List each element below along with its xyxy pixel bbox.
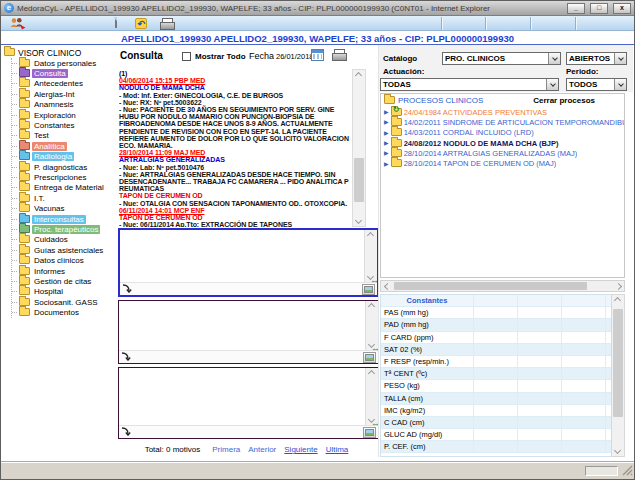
motive-input-1[interactable] bbox=[120, 230, 364, 282]
pager-link-anterior[interactable]: Anterior bbox=[248, 445, 276, 454]
sidebar-item-alergias-int[interactable]: Alergias-Int bbox=[12, 89, 117, 99]
undo-icon[interactable]: ↶ bbox=[135, 18, 147, 29]
pager-link-ultima[interactable]: Ultima bbox=[326, 445, 349, 454]
process-item[interactable]: ▶24/08/2012 NODULO DE MAMA DCHA (BJP) bbox=[381, 138, 624, 148]
motive-scrollbar[interactable]: ↔ bbox=[365, 368, 378, 425]
constant-label: C CAD (cm) bbox=[381, 417, 474, 428]
main-toolbar: ↶ bbox=[1, 16, 634, 31]
scrollbar-thumb[interactable] bbox=[394, 282, 587, 290]
sidebar-item-exploraci-n[interactable]: Exploración bbox=[12, 110, 117, 120]
scrollbar-thumb[interactable] bbox=[613, 309, 623, 417]
constant-value bbox=[562, 344, 606, 355]
scroll-down-icon[interactable] bbox=[355, 217, 362, 224]
scroll-up-icon[interactable] bbox=[368, 370, 375, 377]
minimize-button[interactable]: _ bbox=[567, 3, 585, 14]
expand-arrow-icon[interactable]: ▶ bbox=[384, 161, 389, 167]
sidebar-item-vacunas[interactable]: Vacunas bbox=[12, 203, 117, 213]
scrollbar-track[interactable] bbox=[393, 281, 612, 291]
sidebar-item-sociosanit-gass[interactable]: Sociosanit. GASS bbox=[12, 297, 117, 307]
actuacion-select[interactable]: TODAS bbox=[380, 78, 559, 91]
sidebar-item-datos-personales[interactable]: Datos personales bbox=[12, 58, 117, 68]
sidebar-item-documentos[interactable]: Documentos bbox=[12, 307, 117, 317]
scrollbar-thumb[interactable] bbox=[354, 158, 364, 202]
sidebar-item-gu-as-asistenciales[interactable]: Guías asistenciales bbox=[12, 245, 117, 255]
insert-arrow-icon[interactable] bbox=[121, 426, 131, 438]
process-item[interactable]: ▶28/10/2014 TAPON DE CERUMEN OD (MAJ) bbox=[381, 158, 624, 168]
scroll-right-icon[interactable] bbox=[612, 281, 624, 291]
dropdown-arrow-icon[interactable] bbox=[548, 53, 560, 64]
estado-select[interactable]: ABIERTOS bbox=[566, 52, 627, 65]
process-item[interactable]: ▶28/10/2014 ARTRALGIAS GENERALIZADAS (MA… bbox=[381, 148, 624, 158]
tree-guide bbox=[12, 125, 17, 126]
catalogo-select[interactable]: PRO. CLINICOS bbox=[442, 52, 561, 65]
periodo-select[interactable]: TODOS bbox=[566, 78, 627, 91]
scroll-up-icon[interactable] bbox=[367, 232, 374, 239]
constantes-scrollbar[interactable] bbox=[611, 294, 625, 457]
maximize-button[interactable]: □ bbox=[590, 3, 608, 14]
mostrar-todo-checkbox[interactable] bbox=[182, 52, 191, 61]
print-consulta-icon[interactable] bbox=[332, 49, 345, 60]
sidebar-item-interconsultas[interactable]: Interconsultas bbox=[12, 214, 117, 224]
sidebar-item-hospital[interactable]: Hospital bbox=[12, 287, 117, 297]
expand-arrow-icon[interactable]: ▶ bbox=[384, 150, 389, 156]
attach-image-button[interactable] bbox=[363, 352, 376, 363]
constant-value bbox=[474, 332, 518, 343]
sidebar-item-test[interactable]: Test bbox=[12, 131, 117, 141]
patients-icon[interactable] bbox=[9, 17, 27, 32]
insert-arrow-icon[interactable] bbox=[121, 351, 131, 363]
sidebar-item-anamnesis[interactable]: Anamnesis bbox=[12, 100, 117, 110]
resize-grip-icon[interactable] bbox=[621, 464, 633, 478]
sidebar-item-gesti-n-de-citas[interactable]: Gestión de citas bbox=[12, 276, 117, 286]
scroll-up-icon[interactable] bbox=[614, 297, 621, 304]
sidebar-item-p-diagn-sticas[interactable]: P. diagnósticas bbox=[12, 162, 117, 172]
process-item[interactable]: ▶24/04/1984 ACTIVIDADES PREVENTIVAS bbox=[381, 107, 624, 117]
fecha-value[interactable]: 26/01/2018 bbox=[276, 52, 314, 61]
scroll-left-icon[interactable] bbox=[381, 281, 393, 291]
scroll-down-icon[interactable] bbox=[614, 447, 621, 454]
close-button[interactable]: x bbox=[613, 3, 631, 14]
procesos-horizontal-scrollbar[interactable] bbox=[380, 280, 625, 292]
scroll-up-icon[interactable] bbox=[368, 303, 375, 310]
scroll-up-icon[interactable] bbox=[355, 72, 362, 79]
attach-image-button[interactable] bbox=[363, 427, 376, 438]
sidebar-item-proc-terap-uticos[interactable]: Proc. terapéuticos bbox=[12, 224, 117, 234]
motive-scrollbar[interactable]: ↔ bbox=[365, 301, 378, 350]
dropdown-arrow-icon[interactable] bbox=[546, 79, 558, 90]
notes-scrollbar[interactable] bbox=[352, 69, 366, 227]
calendar-icon[interactable] bbox=[311, 49, 324, 61]
expand-arrow-icon[interactable]: ▶ bbox=[384, 119, 389, 125]
sidebar-item-entrega-de-material[interactable]: Entrega de Material bbox=[12, 183, 117, 193]
tree-guide bbox=[12, 229, 17, 230]
sidebar-item-constantes[interactable]: Constantes bbox=[12, 120, 117, 130]
sidebar-item-datos-cl-nicos[interactable]: Datos clínicos bbox=[12, 255, 117, 265]
dropdown-arrow-icon[interactable] bbox=[614, 53, 626, 64]
constantes-rows: PAS (mm hg)PAD (mm hg)F CARD (ppm)SAT 02… bbox=[381, 307, 611, 453]
process-item[interactable]: ▶14/02/2011 SINDROME DE ARTICULACION TEM… bbox=[381, 117, 624, 127]
dropdown-arrow-icon[interactable] bbox=[614, 79, 626, 90]
motive-input-3[interactable] bbox=[119, 368, 365, 425]
sidebar-item-informes[interactable]: Informes bbox=[12, 266, 117, 276]
constant-value bbox=[518, 307, 562, 318]
sidebar-item-antecedentes[interactable]: Antecedentes bbox=[12, 79, 117, 89]
motive-input-2[interactable] bbox=[119, 301, 365, 350]
expand-arrow-icon[interactable]: ▶ bbox=[384, 140, 389, 146]
sidebar-item-i-t[interactable]: I.T. bbox=[12, 193, 117, 203]
insert-arrow-icon[interactable] bbox=[122, 283, 132, 295]
sidebar-item-anal-tica[interactable]: Analítica bbox=[12, 141, 117, 151]
sidebar-item-consulta[interactable]: Consulta bbox=[12, 68, 117, 78]
attach-image-button[interactable] bbox=[362, 284, 375, 295]
pager-link-primera[interactable]: Primera bbox=[212, 445, 240, 454]
internet-explorer-icon: e bbox=[4, 3, 14, 13]
sidebar-item-prescripciones[interactable]: Prescripciones bbox=[12, 172, 117, 182]
expand-arrow-icon[interactable]: ▶ bbox=[384, 109, 389, 115]
new-document-icon[interactable] bbox=[115, 17, 117, 28]
cerrar-procesos-button[interactable]: Cerrar procesos bbox=[533, 96, 595, 105]
tree-guide bbox=[12, 260, 17, 261]
expand-arrow-icon[interactable]: ▶ bbox=[384, 130, 389, 136]
motive-scrollbar[interactable]: ↔ bbox=[364, 230, 377, 282]
folder-icon bbox=[19, 298, 30, 306]
process-item[interactable]: ▶14/03/2011 CORDAL INCLUIDO (LRD) bbox=[381, 128, 624, 138]
sidebar-item-cuidados[interactable]: Cuidados bbox=[12, 235, 117, 245]
sidebar-item-radiolog-a[interactable]: Radiología bbox=[12, 152, 117, 162]
pager-link-siguiente[interactable]: Siguiente bbox=[284, 445, 317, 454]
